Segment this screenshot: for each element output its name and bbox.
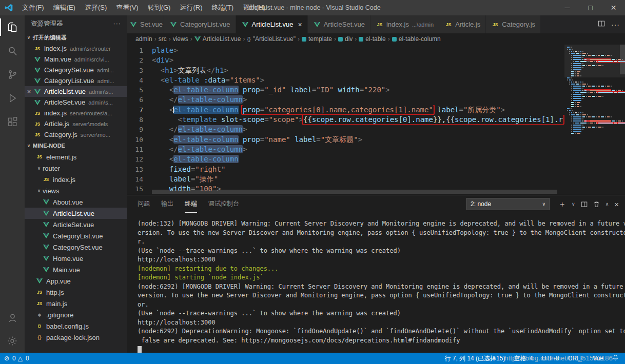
open-editor-item[interactable]: JSCategory.jsserver\mo...: [25, 129, 127, 140]
tree-item[interactable]: Main.vue: [25, 264, 127, 275]
open-editors-label: 打开的编辑器: [33, 34, 67, 42]
code-line[interactable]: 12 <el-table-column: [127, 154, 564, 164]
maximize-button[interactable]: □: [579, 0, 602, 15]
close-button[interactable]: ✕: [602, 0, 625, 15]
breadcrumb-item[interactable]: div: [338, 35, 353, 43]
menu-item[interactable]: 查看(V): [111, 0, 143, 15]
workspace-section-header[interactable]: ∨ MINE-NODE: [25, 140, 127, 151]
activity-explorer-icon[interactable]: [0, 15, 25, 39]
horizontal-scrollbar[interactable]: [152, 190, 557, 194]
editor-tab[interactable]: JSCategory.js: [486, 15, 541, 33]
code-line[interactable]: 3 <h1>文章列表</h1>: [127, 66, 564, 75]
tree-item[interactable]: JSelement.js: [25, 151, 127, 163]
activity-run-debug-icon[interactable]: [0, 86, 25, 110]
vertical-scrollbar[interactable]: [620, 45, 625, 74]
editor-tab[interactable]: ArticleSet.vue: [308, 15, 370, 33]
activity-account-icon[interactable]: [0, 306, 25, 329]
open-editor-item[interactable]: CategoryList.vueadmi...: [25, 75, 127, 86]
code-line[interactable]: 5 <el-table-column prop="_id" label="ID"…: [127, 85, 564, 95]
code-line[interactable]: 11 </el-table-column>: [127, 145, 564, 154]
tree-item[interactable]: App.vue: [25, 275, 127, 287]
editor-tab[interactable]: Set.vue: [127, 15, 164, 33]
code-line[interactable]: 14 label="操作": [127, 174, 564, 184]
close-tab-icon[interactable]: ×: [298, 21, 302, 29]
activity-settings-icon[interactable]: [0, 329, 25, 353]
menu-item[interactable]: 终端(T): [207, 0, 238, 15]
panel-tab[interactable]: 输出: [161, 195, 173, 213]
activity-search-icon[interactable]: [0, 39, 25, 63]
tree-item[interactable]: ◆.gitignore: [25, 309, 127, 320]
breadcrumb-item[interactable]: views: [173, 35, 188, 43]
tree-item[interactable]: Bbabel.config.js: [25, 320, 127, 332]
breadcrumb-item[interactable]: src: [159, 35, 167, 43]
tree-folder[interactable]: ∨views: [25, 185, 127, 196]
terminal-output[interactable]: (node:132) [MONGODB DRIVER] Warning: Cur…: [127, 213, 625, 353]
breadcrumb-item[interactable]: admin: [135, 35, 152, 43]
menu-item[interactable]: 文件(F): [17, 0, 49, 15]
code-line[interactable]: 10 <el-table-column prop="name" label="文…: [127, 135, 564, 145]
breadcrumb-item[interactable]: ArticleList.vue: [194, 35, 241, 43]
notifications-bell-icon[interactable]: [612, 354, 619, 362]
code-line[interactable]: 8 <template slot-scope="scope">{{scope.r…: [127, 115, 564, 125]
split-terminal-icon[interactable]: [581, 201, 588, 208]
open-editor-item[interactable]: ArticleSet.vueadmin\s...: [25, 97, 127, 108]
panel-tab[interactable]: 问题: [138, 195, 150, 213]
tree-item[interactable]: Home.vue: [25, 253, 127, 264]
editor-tab[interactable]: CategoryList.vue: [164, 15, 236, 33]
tree-item[interactable]: JSmain.js: [25, 298, 127, 309]
code-line[interactable]: 13 fixed="right": [127, 165, 564, 174]
activity-extensions-icon[interactable]: [0, 110, 25, 133]
tree-item[interactable]: CategorySet.vue: [25, 241, 127, 253]
open-editor-item[interactable]: Main.vueadmin\src\vi...: [25, 54, 127, 65]
panel-tab[interactable]: 调试控制台: [208, 195, 239, 213]
tree-folder[interactable]: ∨router: [25, 163, 127, 174]
open-editor-item[interactable]: CategorySet.vueadmi...: [25, 65, 127, 75]
code-line[interactable]: 6 </el-table-column>: [127, 95, 564, 105]
new-terminal-icon[interactable]: ＋: [558, 199, 566, 209]
split-editor-icon[interactable]: [598, 20, 605, 29]
problems-status[interactable]: ⊘ 0 △ 0: [4, 355, 29, 362]
code-line[interactable]: 2<div>: [127, 55, 564, 65]
cursor-position[interactable]: 行 7, 列 14 (已选择15): [444, 354, 505, 363]
code-line[interactable]: 1plate>: [127, 46, 564, 55]
minimap[interactable]: [564, 45, 625, 195]
breadcrumb-item[interactable]: {}"ArticleList.vue": [247, 35, 296, 43]
code-line[interactable]: 9 </el-table-column>: [127, 125, 564, 134]
minimize-button[interactable]: ─: [556, 0, 579, 15]
open-editor-item[interactable]: JSindex.jsserver\routes\a...: [25, 108, 127, 118]
tree-item[interactable]: ArticleSet.vue: [25, 219, 127, 230]
breadcrumb-item[interactable]: el-table: [359, 35, 385, 43]
tree-item[interactable]: JSindex.js: [25, 174, 127, 185]
open-editor-item[interactable]: ×ArticleList.vueadmin\s...: [25, 86, 127, 97]
more-actions-icon[interactable]: ···: [113, 20, 122, 27]
breadcrumb-item[interactable]: template: [302, 35, 332, 43]
code-line[interactable]: 4 <el-table :data="items">: [127, 75, 564, 85]
maximize-panel-icon[interactable]: ∧: [606, 201, 609, 207]
kill-terminal-icon[interactable]: [593, 201, 600, 208]
tree-item[interactable]: CategoryList.vue: [25, 230, 127, 241]
editor-tab[interactable]: JSindex.js...\admin: [370, 15, 439, 33]
close-panel-icon[interactable]: ×: [614, 200, 619, 209]
activity-source-control-icon[interactable]: [0, 63, 25, 86]
menu-item[interactable]: 转到(G): [143, 0, 175, 15]
menu-item[interactable]: 运行(R): [175, 0, 207, 15]
more-actions-icon[interactable]: ···: [611, 21, 620, 29]
close-file-icon[interactable]: ×: [25, 88, 33, 95]
menu-item[interactable]: 选择(S): [80, 0, 111, 15]
code-line[interactable]: 7 <el-table-column prop="categories[0].n…: [127, 105, 564, 115]
panel-tab[interactable]: 终端: [185, 195, 197, 213]
tree-item[interactable]: {}package-lock.json: [25, 332, 127, 343]
open-editor-item[interactable]: JSArticle.jsserver\models: [25, 118, 127, 129]
open-editors-section-header[interactable]: ∨ 打开的编辑器: [25, 32, 127, 43]
open-editor-item[interactable]: JSindex.jsadmin\src\router: [25, 43, 127, 54]
terminal-instance-select[interactable]: 2: node ∨: [466, 198, 550, 210]
tree-item[interactable]: About.vue: [25, 196, 127, 208]
menu-item[interactable]: 编辑(E): [49, 0, 80, 15]
breadcrumb-item[interactable]: el-table-column: [392, 35, 441, 43]
tree-item[interactable]: ArticleList.vue: [25, 208, 127, 219]
tree-item[interactable]: JShttp.js: [25, 287, 127, 298]
editor-tab[interactable]: ArticleList.vue×: [236, 15, 308, 33]
editor-tab[interactable]: JSArticle.js: [439, 15, 486, 33]
warning-icon: △: [18, 355, 23, 362]
chevron-down-icon[interactable]: ∨: [572, 201, 575, 207]
